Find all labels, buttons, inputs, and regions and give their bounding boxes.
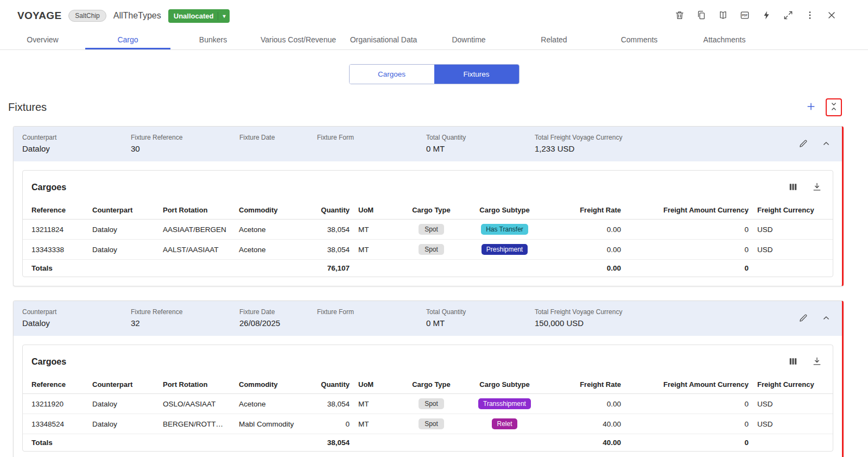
collapse-fixture-button[interactable] xyxy=(819,311,833,325)
tab-various-cost-revenue[interactable]: Various Cost/Revenue xyxy=(256,32,341,49)
cargo-row[interactable]: 13348524 Dataloy BERGEN/ROTT… Mabl Commo… xyxy=(23,414,833,434)
cargoes-title: Cargoes xyxy=(31,183,66,192)
cell-freight-currency: USD xyxy=(753,240,833,260)
fixture-card-32: Counterpart Dataloy Fixture Reference 32… xyxy=(13,301,844,457)
pdf-export-button[interactable]: PDF xyxy=(738,9,752,23)
cell-uom: MT xyxy=(354,220,403,240)
cargoes-table-head: Reference Counterpart Port Rotation Comm… xyxy=(23,375,833,394)
fullscreen-button[interactable] xyxy=(781,9,795,23)
cargoes-title: Cargoes xyxy=(31,357,66,367)
totals-label: Totals xyxy=(23,434,88,452)
tab-overview[interactable]: Overview xyxy=(0,32,85,49)
cargo-subtype-badge: Transshipment xyxy=(478,398,531,409)
fixture-summary: Counterpart Dataloy Fixture Reference 30… xyxy=(14,127,842,161)
add-fixture-button[interactable] xyxy=(804,101,818,115)
field-total-freight: Total Freight Voyage Currency 150,000 US… xyxy=(535,308,796,329)
toggle-cargoes[interactable]: Cargoes xyxy=(350,65,434,84)
chevron-up-icon xyxy=(821,312,832,325)
edit-fixture-button[interactable] xyxy=(796,137,810,151)
totals-freight-amount-currency: 0 xyxy=(625,260,753,277)
voyage-name: AllTheTypes xyxy=(113,11,161,21)
download-icon xyxy=(812,356,822,368)
allocation-status-button[interactable]: Unallocated ▾ xyxy=(168,9,230,23)
cell-quantity: 38,054 xyxy=(308,220,354,240)
menu-book-icon xyxy=(718,10,728,22)
fixture-card-30: Counterpart Dataloy Fixture Reference 30… xyxy=(13,126,844,286)
duplicate-voyage-button[interactable] xyxy=(694,9,708,23)
close-button[interactable] xyxy=(825,9,839,23)
cargoes-panel-actions xyxy=(786,180,824,195)
cell-freight-amount-currency: 0 xyxy=(625,240,753,260)
cargo-row[interactable]: 13211824 Dataloy AASIAAT/BERGEN Acetone … xyxy=(23,220,833,240)
pdf-icon: PDF xyxy=(739,10,750,22)
tab-downtime[interactable]: Downtime xyxy=(426,32,511,49)
tab-bunkers[interactable]: Bunkers xyxy=(170,32,256,49)
view-toggle-wrap: Cargoes Fixtures xyxy=(0,64,868,84)
cell-reference: 13211824 xyxy=(23,220,88,240)
collapse-fixture-button[interactable] xyxy=(819,137,833,151)
column-settings-button[interactable] xyxy=(786,180,800,195)
tab-organisational-data[interactable]: Organisational Data xyxy=(341,32,426,49)
cell-commodity: Acetone xyxy=(235,394,308,414)
totals-quantity: 76,107 xyxy=(308,260,354,277)
cargo-subtype-badge: Relet xyxy=(492,418,517,429)
cell-port-rotation: BERGEN/ROTT… xyxy=(159,414,235,434)
tab-comments[interactable]: Comments xyxy=(597,32,682,49)
field-fixture-form: Fixture Form xyxy=(317,134,426,154)
fixture-card-body: Cargoes xyxy=(14,161,842,286)
edit-fixture-button[interactable] xyxy=(796,311,810,325)
field-fixture-reference: Fixture Reference 30 xyxy=(131,134,239,154)
cell-freight-amount-currency: 0 xyxy=(625,394,753,414)
header-toolbar: PDF xyxy=(673,9,839,23)
svg-text:PDF: PDF xyxy=(742,14,747,17)
chevron-up-icon xyxy=(821,138,832,151)
cargoes-table-body: 13211824 Dataloy AASIAAT/BERGEN Acetone … xyxy=(23,220,833,260)
saltchip-badge: SaltChip xyxy=(68,10,106,22)
toggle-fixtures[interactable]: Fixtures xyxy=(434,65,519,84)
cell-cargo-type: Spot xyxy=(403,220,460,240)
cargo-row[interactable]: 13211920 Dataloy OSLO/AASIAAT Acetone 38… xyxy=(23,394,833,414)
allocation-status-label: Unallocated xyxy=(174,12,214,20)
cargoes-fixtures-toggle: Cargoes Fixtures xyxy=(349,64,519,84)
cell-commodity: Acetone xyxy=(235,220,308,240)
tab-attachments[interactable]: Attachments xyxy=(682,32,767,49)
collapse-all-button[interactable] xyxy=(826,98,842,116)
more-menu-button[interactable] xyxy=(803,9,817,23)
download-icon xyxy=(812,181,822,194)
download-button[interactable] xyxy=(810,355,824,369)
fixture-card-body: Cargoes xyxy=(14,336,842,457)
totals-freight-amount-currency: 0 xyxy=(625,434,753,452)
cell-counterpart: Dataloy xyxy=(88,394,159,414)
cell-port-rotation: AALST/AASIAAT xyxy=(159,240,235,260)
voyage-identity: VOYAGE SaltChip AllTheTypes Unallocated … xyxy=(17,9,230,23)
cell-cargo-type: Spot xyxy=(403,414,460,434)
compare-button[interactable] xyxy=(716,9,730,23)
cell-freight-rate: 0.00 xyxy=(549,240,625,260)
cell-freight-amount-currency: 0 xyxy=(625,220,753,240)
column-settings-button[interactable] xyxy=(786,355,800,369)
cell-counterpart: Dataloy xyxy=(88,240,159,260)
tab-cargo[interactable]: Cargo xyxy=(85,32,170,49)
cargoes-table: Reference Counterpart Port Rotation Comm… xyxy=(23,201,833,277)
cell-commodity: Acetone xyxy=(235,240,308,260)
page-title: VOYAGE xyxy=(17,10,61,22)
cell-cargo-type: Spot xyxy=(403,394,460,414)
cell-reference: 13211920 xyxy=(23,394,88,414)
cell-reference: 13343338 xyxy=(23,240,88,260)
delete-voyage-button[interactable] xyxy=(673,9,687,23)
cargo-row[interactable]: 13343338 Dataloy AALST/AASIAAT Acetone 3… xyxy=(23,240,833,260)
cell-cargo-subtype: Preshipment xyxy=(460,240,549,260)
tab-related[interactable]: Related xyxy=(511,32,597,49)
pencil-icon xyxy=(798,312,809,325)
cargo-tab-content: Cargoes Fixtures Fixtures Counterpart Da… xyxy=(0,64,868,457)
cell-uom: MT xyxy=(354,414,403,434)
bolt-icon xyxy=(761,10,772,22)
cargoes-table-head: Reference Counterpart Port Rotation Comm… xyxy=(23,201,833,220)
cell-quantity: 0 xyxy=(308,414,354,434)
cell-freight-currency: USD xyxy=(753,394,833,414)
download-button[interactable] xyxy=(810,180,824,195)
quick-actions-button[interactable] xyxy=(759,9,774,23)
cargo-subtype-badge: Has Transfer xyxy=(481,224,528,235)
cell-quantity: 38,054 xyxy=(308,240,354,260)
cell-uom: MT xyxy=(354,394,403,414)
